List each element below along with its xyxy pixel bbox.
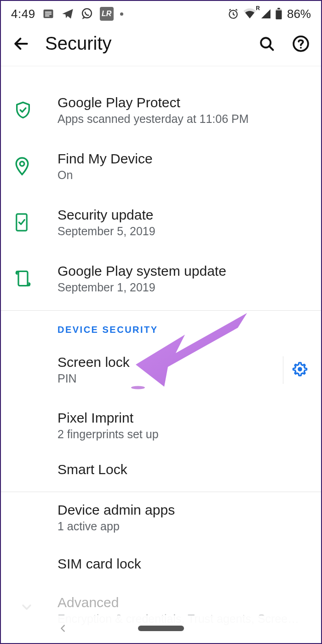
section-header-device-security: DEVICE SECURITY	[1, 311, 321, 344]
row-title: Find My Device	[58, 151, 311, 167]
svg-point-12	[20, 162, 24, 166]
row-title: Smart Lock	[58, 462, 311, 477]
row-subtitle: PIN	[58, 372, 311, 385]
svg-rect-1	[45, 12, 52, 12]
nav-home-pill[interactable]	[138, 626, 184, 631]
help-icon[interactable]	[291, 34, 311, 54]
telegram-icon	[61, 7, 74, 20]
row-title: Advanced	[58, 595, 311, 610]
row-title: Google Play system update	[58, 263, 311, 279]
svg-rect-14	[18, 271, 28, 285]
svg-rect-8	[276, 10, 282, 19]
signal-icon	[260, 8, 271, 19]
back-icon[interactable]	[11, 34, 31, 54]
row-play-protect[interactable]: Google Play Protect Apps scanned yesterd…	[1, 82, 321, 138]
clock-text: 4:49	[11, 7, 35, 21]
row-subtitle: 1 active app	[58, 520, 311, 533]
message-icon	[42, 7, 55, 20]
battery-icon	[275, 8, 282, 20]
row-title: Device admin apps	[58, 502, 311, 518]
search-icon[interactable]	[257, 34, 277, 54]
row-subtitle: September 5, 2019	[58, 225, 311, 238]
svg-point-15	[298, 367, 302, 371]
svg-point-11	[300, 46, 302, 48]
section-header-security-status: SECURITY STATUS	[1, 65, 321, 74]
row-sim-card-lock[interactable]: SIM card lock	[1, 543, 321, 585]
status-right: R 86%	[227, 7, 311, 21]
wifi-roaming-icon: R	[243, 8, 257, 20]
divider-vertical	[283, 356, 283, 384]
row-pixel-imprint[interactable]: Pixel Imprint 2 fingerprints set up	[1, 400, 321, 451]
whatsapp-icon	[80, 7, 93, 20]
content: SECURITY STATUS Google Play Protect Apps…	[1, 65, 321, 628]
battery-percent: 86%	[287, 7, 311, 21]
nav-back-icon[interactable]	[56, 621, 70, 635]
row-find-my-device[interactable]: Find My Device On	[1, 138, 321, 194]
row-title: Google Play Protect	[58, 95, 311, 110]
page-title: Security	[45, 33, 243, 54]
row-device-admin-apps[interactable]: Device admin apps 1 active app	[1, 492, 321, 543]
location-icon	[14, 157, 30, 178]
svg-point-4	[82, 9, 92, 18]
phone-check-icon	[14, 213, 29, 234]
row-title: Pixel Imprint	[58, 410, 311, 426]
row-screen-lock[interactable]: Screen lock PIN	[1, 344, 321, 395]
chevron-down-icon	[19, 600, 34, 616]
row-subtitle: 2 fingerprints set up	[58, 428, 311, 441]
svg-rect-2	[45, 13, 52, 14]
row-security-update[interactable]: Security update September 5, 2019	[1, 194, 321, 250]
shield-check-icon	[14, 101, 32, 121]
row-title: SIM card lock	[58, 556, 311, 572]
row-title: Screen lock	[58, 354, 311, 370]
nav-bar	[1, 615, 321, 643]
status-bar: 4:49 LR R	[1, 1, 321, 25]
row-smart-lock[interactable]: Smart Lock	[1, 451, 321, 488]
more-notifications-icon	[120, 12, 123, 16]
screen: 4:49 LR R	[0, 0, 322, 644]
status-left: 4:49 LR	[11, 7, 123, 21]
row-subtitle: On	[58, 168, 311, 182]
svg-rect-3	[45, 16, 49, 17]
alarm-icon	[227, 8, 239, 20]
row-subtitle: Apps scanned yesterday at 11:06 PM	[58, 112, 311, 126]
svg-rect-7	[277, 8, 280, 9]
lr-app-icon: LR	[100, 7, 114, 21]
row-subtitle: September 1, 2019	[58, 281, 311, 294]
app-bar: Security	[1, 25, 321, 66]
row-title: Security update	[58, 207, 311, 223]
gear-icon[interactable]	[292, 361, 308, 379]
phone-refresh-icon	[14, 268, 32, 290]
row-play-system-update[interactable]: Google Play system update September 1, 2…	[1, 250, 321, 307]
